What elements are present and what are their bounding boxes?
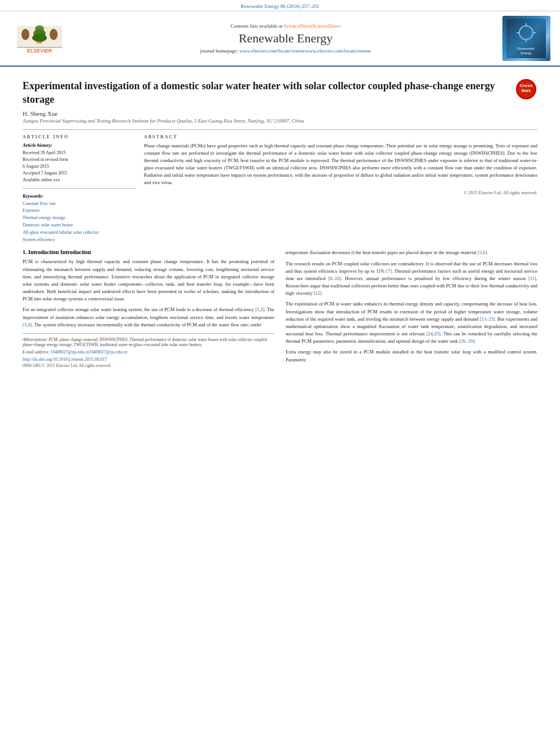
elsevier-logo: ELSEVIER (6, 23, 73, 54)
keyword-4: Domestic solar water heater (23, 222, 135, 229)
doi-link[interactable]: http://dx.doi.org/10.1016/j.renene.2015.… (23, 357, 274, 362)
journal-header-center: Contents lists available at ScienceDirec… (73, 23, 498, 54)
elsevier-emblem-svg: ELSEVIER (14, 23, 65, 54)
article-history-label: Article history: (23, 142, 135, 148)
abstract-column: ABSTRACT Phase change materials (PCMs) h… (144, 134, 537, 244)
email-label: E-mail address: (23, 350, 50, 355)
keyword-6: System efficiency (23, 237, 135, 244)
abstract-label: ABSTRACT (144, 134, 537, 139)
svg-text:Renewable: Renewable (518, 47, 535, 50)
accepted-date: Accepted 7 August 2015 (23, 170, 135, 177)
article-title: Experimental investigation of a domestic… (23, 79, 509, 107)
abbrev-content: PCM, phase change material; DSWHSCPHES, … (23, 337, 266, 347)
journal-homepage-line: journal homepage: www.elsevier.com/locat… (73, 48, 498, 54)
footnotes-section: Abbreviations: PCM, phase change materia… (23, 333, 274, 368)
right-para-2: The research results on PCM coupled sola… (286, 260, 537, 298)
email-address[interactable]: 10408027@zju.edu.cn (51, 350, 89, 355)
section-title-text: Introduction (28, 249, 59, 255)
article-info-abstract-section: ARTICLE INFO Article history: Received 2… (23, 129, 537, 244)
svg-text:Cross: Cross (520, 83, 533, 88)
author-affiliation: Jiangsu Provincial Supervising and Testi… (23, 118, 537, 124)
contents-available-text: Contents lists available at (230, 23, 282, 29)
crossmark-badge: Cross Mark (515, 79, 537, 99)
article-info-column: ARTICLE INFO Article history: Received 2… (23, 134, 135, 244)
keyword-2: Exposure (23, 207, 135, 215)
author-name: H. Sheng Xue (23, 110, 537, 117)
doi-text: http://dx.doi.org/10.1016/j.renene.2015.… (23, 357, 107, 362)
article-info-label: ARTICLE INFO (23, 134, 135, 139)
svg-point-4 (32, 34, 47, 42)
svg-text:ELSEVIER: ELSEVIER (27, 48, 53, 54)
sciencedirect-link[interactable]: ScienceDirect (284, 23, 312, 29)
introduction-title: 1. Introduction Introduction (23, 249, 274, 255)
svg-point-5 (21, 29, 29, 40)
keyword-5: All-glass evacuated tubular solar collec… (23, 229, 135, 237)
available-online: Available online xxx (23, 177, 135, 184)
abbrev-label: Abbreviations: (23, 337, 47, 342)
svg-text:Energy: Energy (520, 51, 531, 55)
sciencedirect-name: ScienceDirect (312, 23, 340, 29)
keyword-1: Constant flow rate (23, 200, 135, 208)
keywords-section: Keywords: Constant flow rate Exposure Th… (23, 193, 135, 244)
journal-title: Renewable Energy (73, 31, 498, 46)
body-left-col: 1. Introduction Introduction PCM is char… (23, 249, 274, 368)
right-para-1: temperature fluctuation decreases if the… (286, 249, 537, 256)
body-right-col: temperature fluctuation decreases if the… (286, 249, 537, 368)
homepage-url[interactable]: www.elsevier.com/locate/renene (239, 48, 305, 54)
keyword-3: Thermal energy storage (23, 215, 135, 222)
received-revised-date: 6 August 2015 (23, 163, 135, 170)
received-date-1: Received 29 April 2015 (23, 150, 135, 156)
received-revised-label: Received in revised form (23, 156, 135, 163)
copyright-line: © 2015 Elsevier Ltd. All rights reserved… (144, 190, 537, 195)
intro-para-1: PCM is characterized by high thermal cap… (23, 258, 274, 303)
elsevier-logo-section: ELSEVIER (6, 23, 73, 54)
body-content: 1. Introduction Introduction PCM is char… (23, 249, 537, 368)
article-title-section: Experimental investigation of a domestic… (23, 79, 537, 107)
issn-line: 0960-1481/© 2015 Elsevier Ltd. All right… (23, 363, 274, 368)
journal-reference: Renewable Energy 86 (2016) 257–261 (240, 3, 319, 9)
top-bar: Renewable Energy 86 (2016) 257–261 (0, 0, 560, 11)
re-logo-svg: Renewable Energy (506, 19, 546, 58)
right-para-3: The exploitation of PCM in water tanks e… (286, 300, 537, 345)
email-line: E-mail address: 10408027@zju.edu.cn10408… (23, 350, 274, 355)
svg-text:Mark: Mark (522, 89, 531, 93)
svg-point-6 (50, 29, 58, 40)
section-number: 1. (23, 249, 27, 255)
contents-available-line: Contents lists available at ScienceDirec… (73, 23, 498, 29)
journal-header: ELSEVIER Contents lists available at Sci… (0, 11, 560, 67)
abstract-text: Phase change materials (PCMs) have good … (144, 142, 537, 187)
paper-content: Experimental investigation of a domestic… (0, 67, 560, 374)
abbreviations-text: Abbreviations: PCM, phase change materia… (23, 337, 274, 347)
renewable-energy-logo-box: Renewable Energy (502, 16, 550, 61)
intro-para-2: For an integrated collector storage sola… (23, 306, 274, 329)
crossmark-icon: Cross Mark (516, 79, 536, 99)
homepage-label: journal homepage: (200, 48, 238, 54)
keywords-label: Keywords: (23, 193, 135, 199)
article-history-section: Article history: Received 29 April 2015 … (23, 142, 135, 189)
right-para-4: Extra energy may also be stored in a PCM… (286, 348, 537, 363)
re-logo-right: Renewable Energy (498, 16, 554, 61)
